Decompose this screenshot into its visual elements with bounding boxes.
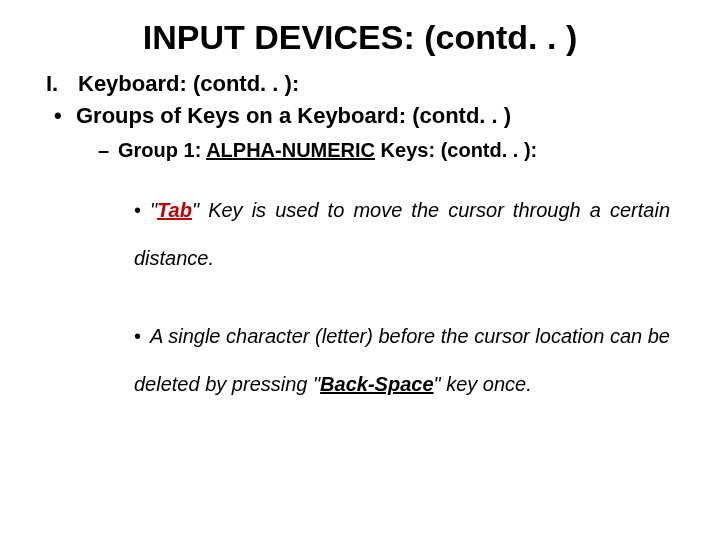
level3-item: –Group 1: ALPHA-NUMERIC Keys: (contd. . … (98, 139, 680, 162)
level3-prefix: Group 1: (118, 139, 206, 161)
level2-text: Groups of Keys on a Keyboard: (contd. . … (76, 103, 511, 128)
level1-item: I.Keyboard: (contd. . ): (46, 71, 680, 97)
level3-suffix: Keys: (contd. . ): (375, 139, 537, 161)
level4-item-backspace: •A single character (letter) before the … (134, 312, 670, 408)
level3-keys: ALPHA-NUMERIC (206, 139, 375, 161)
level4-item-tab: •"Tab" Key is used to move the cursor th… (134, 186, 670, 282)
level2-item: •Groups of Keys on a Keyboard: (contd. .… (54, 103, 680, 129)
tab-key-desc: Key is used to move the cursor through a… (134, 199, 670, 269)
level1-text: Keyboard: (contd. . ): (78, 71, 299, 96)
quote-close: " (192, 199, 208, 221)
tab-key-label: Tab (157, 199, 192, 221)
dash-icon: – (98, 139, 118, 162)
backspace-key-label: Back-Space (320, 373, 433, 395)
dot-icon: • (134, 186, 150, 234)
bullet-icon: • (54, 103, 76, 129)
dot-icon: • (134, 312, 150, 360)
backspace-desc-2: " key once. (434, 373, 532, 395)
slide-title: INPUT DEVICES: (contd. . ) (40, 18, 680, 57)
level1-marker: I. (46, 71, 78, 97)
